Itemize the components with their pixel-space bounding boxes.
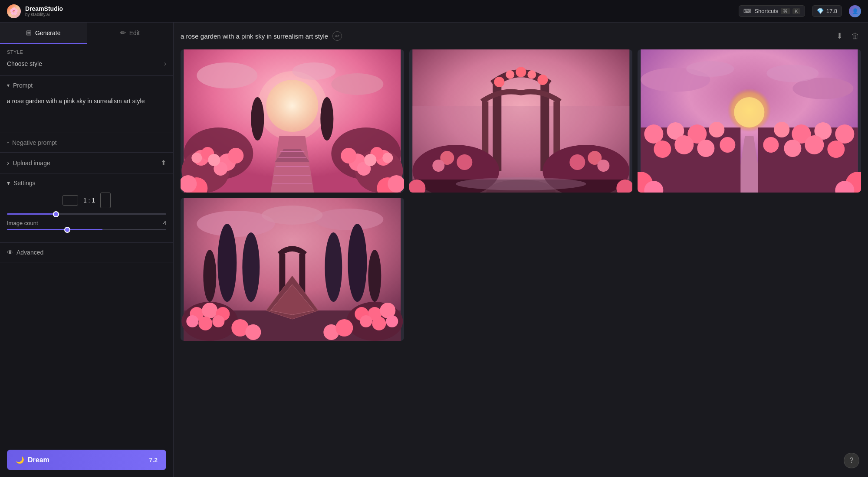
tab-edit-label: Edit xyxy=(129,29,140,36)
image-card-4[interactable] xyxy=(181,198,404,341)
svg-point-52 xyxy=(432,160,444,172)
tab-edit[interactable]: ✏ Edit xyxy=(87,23,174,44)
svg-point-2 xyxy=(257,71,327,140)
svg-point-20 xyxy=(208,154,220,166)
svg-point-44 xyxy=(527,70,536,79)
dream-icon: 🌙 xyxy=(16,456,24,464)
shortcut-key2: K xyxy=(792,8,800,14)
svg-point-25 xyxy=(382,153,393,163)
user-avatar[interactable]: 👤 xyxy=(849,5,861,17)
upload-section[interactable]: › Upload image ⬆ xyxy=(0,153,173,173)
settings-section: ▾ Settings 1 : 1 Image count 4 xyxy=(0,173,173,243)
svg-point-112 xyxy=(198,317,212,330)
svg-point-75 xyxy=(675,135,694,154)
svg-point-99 xyxy=(203,250,216,302)
dream-cost: 7.2 xyxy=(149,457,158,464)
image-card-1[interactable] xyxy=(181,49,404,193)
style-label: Style xyxy=(7,49,166,55)
top-nav: 🌸 DreamStudio by stability.ai ⌨ Shortcut… xyxy=(0,0,868,23)
style-section: Style Choose style › xyxy=(0,44,173,76)
svg-point-76 xyxy=(697,140,715,157)
svg-point-4 xyxy=(331,73,383,95)
help-button[interactable]: ? xyxy=(844,453,859,468)
svg-point-74 xyxy=(654,140,671,158)
ar-label: 1 : 1 xyxy=(83,197,95,204)
dream-btn-area: 🌙 Dream 7.2 xyxy=(0,443,173,477)
prompt-chevron-icon: ▾ xyxy=(7,82,10,88)
eye-icon: 👁 xyxy=(7,249,13,256)
generate-icon: ⊞ xyxy=(26,29,32,37)
svg-point-29 xyxy=(364,154,376,166)
image-card-3[interactable] xyxy=(638,49,861,193)
image-count-label-row: Image count 4 xyxy=(7,220,166,226)
svg-point-43 xyxy=(516,67,526,77)
dream-label: Dream xyxy=(28,456,49,464)
main-layout: ⊞ Generate ✏ Edit Style Choose style › ▾ xyxy=(0,23,868,477)
svg-point-93 xyxy=(314,209,383,230)
shortcuts-button[interactable]: ⌨ Shortcuts ⌘ K xyxy=(739,5,805,17)
ar-wide-icon xyxy=(62,195,78,206)
logo-text: DreamStudio by stability.ai xyxy=(25,5,63,17)
info-circle-button[interactable]: ↩ xyxy=(332,31,342,41)
monitor-icon: ⌨ xyxy=(743,8,752,14)
nav-right: ⌨ Shortcuts ⌘ K 💎 17.8 👤 xyxy=(739,5,861,17)
aspect-ratio-slider[interactable] xyxy=(7,213,166,215)
prompt-header-label: Prompt xyxy=(13,82,33,89)
negative-prompt-section: › Negative prompt xyxy=(0,133,173,153)
svg-point-16 xyxy=(191,153,202,163)
svg-point-55 xyxy=(597,160,609,172)
tab-generate[interactable]: ⊞ Generate xyxy=(0,23,87,44)
style-picker-text: Choose style xyxy=(7,60,42,67)
svg-point-45 xyxy=(537,75,548,85)
credits-icon: 💎 xyxy=(817,8,824,14)
content-header: a rose garden with a pink sky in surreal… xyxy=(181,29,861,42)
content-title-area: a rose garden with a pink sky in surreal… xyxy=(181,31,342,41)
svg-point-85 xyxy=(784,140,802,157)
logo-area: 🌸 DreamStudio by stability.ai xyxy=(7,4,63,18)
app-title: DreamStudio xyxy=(25,5,63,12)
image-grid xyxy=(181,49,861,341)
image-count-slider[interactable] xyxy=(7,229,166,230)
svg-point-82 xyxy=(774,122,790,137)
upload-left: › Upload image xyxy=(7,159,50,167)
svg-point-3 xyxy=(197,62,257,88)
dream-button[interactable]: 🌙 Dream 7.2 xyxy=(7,450,166,470)
svg-point-121 xyxy=(245,324,261,340)
logo-icon: 🌸 xyxy=(7,4,21,18)
main-content: a rose garden with a pink sky in surreal… xyxy=(174,23,868,477)
advanced-section: 👁 Advanced xyxy=(0,243,173,262)
edit-icon: ✏ xyxy=(120,29,126,37)
prompt-header[interactable]: ▾ Prompt xyxy=(0,76,173,95)
svg-point-119 xyxy=(360,315,372,327)
tab-bar: ⊞ Generate ✏ Edit xyxy=(0,23,173,44)
prompt-area xyxy=(0,95,173,133)
svg-point-30 xyxy=(341,148,356,163)
svg-point-77 xyxy=(720,137,736,153)
svg-point-98 xyxy=(348,224,367,302)
image-count-label: Image count xyxy=(7,220,38,226)
svg-point-73 xyxy=(709,122,725,137)
style-picker[interactable]: Choose style › xyxy=(7,57,166,70)
upload-arrow-icon: ⬆ xyxy=(161,159,166,167)
content-title: a rose garden with a pink sky in surreal… xyxy=(181,33,328,40)
tab-generate-label: Generate xyxy=(35,29,60,36)
svg-point-100 xyxy=(368,250,381,302)
svg-point-83 xyxy=(828,140,845,158)
svg-point-56 xyxy=(569,154,585,170)
download-button[interactable]: ⬇ xyxy=(835,29,845,42)
svg-point-31 xyxy=(251,97,264,140)
negative-prompt-header[interactable]: › Negative prompt xyxy=(0,133,173,152)
image-card-2[interactable] xyxy=(409,49,633,193)
svg-point-111 xyxy=(186,315,198,327)
prompt-textarea[interactable] xyxy=(7,97,166,124)
svg-point-118 xyxy=(372,317,386,330)
image-count-value: 4 xyxy=(163,220,166,226)
delete-button[interactable]: 🗑 xyxy=(850,30,861,42)
style-selector: Style Choose style › xyxy=(0,44,173,75)
svg-point-42 xyxy=(506,70,514,79)
svg-point-21 xyxy=(228,148,243,163)
image-count-row: Image count 4 xyxy=(7,220,166,230)
svg-point-53 xyxy=(457,154,472,170)
settings-header[interactable]: ▾ Settings xyxy=(7,173,166,193)
advanced-toggle[interactable]: 👁 Advanced xyxy=(7,249,166,256)
